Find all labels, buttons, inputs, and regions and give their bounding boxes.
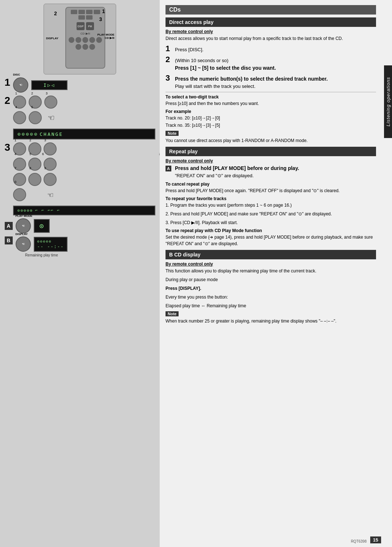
step1-item: 1 DISC ☜ I▷◁ (5, 77, 155, 93)
two-digit-label: To select a two-digit track (166, 94, 376, 100)
s3-btn-3[interactable] (44, 142, 57, 155)
repeat-step-a-text: Press and hold [PLAY MODE] before or dur… (175, 165, 299, 179)
step2-number: 2 (5, 96, 11, 106)
cancel-text: Press and hold [PLAY MODE] once again. "… (166, 187, 376, 194)
direct-step2: 2 (Within 10 seconds or so) Press [1] ~ … (166, 55, 376, 72)
num-btn-3[interactable] (44, 96, 57, 109)
btn-label-5: 5 (31, 105, 33, 109)
cd-display-during: During play or pause mode (166, 276, 376, 283)
num-btn-4[interactable] (13, 111, 26, 124)
btn-label-1: 1 (15, 92, 17, 95)
s3-lbl-4: 4 (15, 152, 16, 156)
stepB-content: DISPLAY ☜ ⊙⊙⊙⊙⊙ -- --:-- Remaining play … (16, 236, 68, 257)
direct-step2-num: 2 (166, 55, 172, 64)
stepA-display: ⊙ (34, 219, 50, 233)
right-content: CDs Direct access play By remote control… (166, 5, 386, 327)
s3-lbl-8: 8 (29, 166, 31, 170)
remote-image: 2 1 3 DSP PM CD ▶/II (44, 4, 116, 74)
note-box2: Note (166, 311, 179, 316)
step1-display: I▷◁ (31, 80, 68, 90)
step3-item: 3 1 2 3 4 5 6 ≥10 7 8 9 0 (5, 142, 155, 215)
s3-lbl-1: 1 (15, 138, 16, 142)
remaining-label: Remaining play time (16, 253, 68, 257)
play-mode-button[interactable]: PM (86, 22, 94, 30)
two-digit-text: Press [≥10] and then the two numbers you… (166, 100, 376, 107)
num-btn-2[interactable] (29, 96, 42, 109)
right-panel: CDs Direct access play By remote control… (160, 0, 392, 547)
repeat-remote-label: By remote control only (166, 158, 376, 163)
direct-step1: 1 Press [DISC]. (166, 44, 376, 53)
rqt-code: RQT6398 (351, 539, 367, 543)
page-number: 15 (370, 536, 381, 543)
step2-display: ⊙⊙⊙⊙⊙ CHANGE (13, 129, 155, 139)
note-text2: When track number 25 or greater is playi… (166, 318, 376, 324)
repeat-step-a-row: A Press and hold [PLAY MODE] before or d… (166, 165, 376, 179)
favorite-label: To repeat your favorite tracks (166, 196, 376, 201)
step2-item: 2 1 2 3 4 5 ☜ (5, 96, 155, 139)
display-label-b: DISPLAY (16, 232, 28, 236)
s3-lbl-2: 2 (29, 138, 31, 142)
display-btn[interactable]: ☜ (16, 236, 31, 252)
disc-button[interactable]: ☜ (13, 77, 28, 93)
s3-btn-7[interactable] (13, 173, 26, 186)
s3-lbl-9: 9 (44, 166, 46, 170)
cancel-label: To cancel repeat play (166, 182, 376, 187)
step2-row: 2 1 2 3 4 5 ☜ (5, 96, 155, 139)
track20: Track no. 20: [≥10]→[2]→[0] (166, 115, 376, 121)
direct-access-intro: Direct access allows you to start normal… (166, 35, 376, 42)
cds-header: CDs (166, 5, 376, 15)
direct-step1-num: 1 (166, 44, 172, 53)
direct-step3: 3 Press the numeric button(s) to select … (166, 73, 376, 90)
stepA-item: A PLAY MODE ☜ ⊙ (5, 218, 155, 234)
play-mode-label: PLAY MODECD ▶/II (97, 33, 114, 40)
hand-icon-3: ☜ (44, 188, 57, 202)
direct-access-remote-label: By remote control only (166, 29, 376, 34)
cd-display-press: Press [DISPLAY]. (166, 285, 376, 292)
play-mode-btn[interactable]: ☜ (16, 218, 31, 234)
s3-btn-9[interactable] (44, 173, 57, 186)
s3-btn-8[interactable] (28, 173, 41, 186)
btn-label-3: 3 (46, 92, 48, 95)
play-mode-label-a: PLAY MODE (16, 214, 33, 218)
btn-label-4: 4 (15, 105, 17, 109)
direct-step3-num: 3 (166, 73, 172, 83)
left-panel: 2 1 3 DSP PM CD ▶/II (0, 0, 160, 547)
step-a-letter: A (5, 222, 13, 230)
remote-label-2: 2 (54, 11, 57, 16)
s3-lbl-6: 6 (42, 152, 44, 156)
note-box1: Note (166, 131, 179, 136)
note-text1: You cannot use direct access play with 1… (166, 137, 376, 144)
direct-step3-text: Press the numeric button(s) to select th… (175, 75, 328, 90)
stepB-item: B DISPLAY ☜ ⊙⊙⊙⊙⊙ -- --:-- Remaining pla… (5, 236, 155, 257)
cd-display-intro: This function allows you to display the … (166, 268, 376, 274)
cd-display-elapsed: Elapsed play time ↔ Remaining play time (166, 303, 376, 309)
side-tab: Listening operations (384, 65, 392, 138)
step3-display: ⊙⊙⊙⊙⊙ ⌐ ⌐ ⌐⌐ ⌐ (13, 206, 155, 215)
step-b-letter: B (5, 236, 13, 244)
display-label: DISPLAY (46, 37, 58, 40)
step1-container: 1 DISC ☜ I▷◁ 2 (5, 77, 155, 257)
s3-lbl-0: 0 (15, 180, 16, 184)
note-row1: Note (166, 131, 376, 137)
step1-row: 1 DISC ☜ I▷◁ (5, 77, 155, 93)
step3-content: 1 2 3 4 5 6 ≥10 7 8 9 0 (13, 142, 155, 215)
step3-number: 3 (5, 142, 11, 153)
s3-lbl-5: 5 (29, 152, 31, 156)
display-button[interactable]: DSP (77, 22, 85, 30)
direct-step2-text: (Within 10 seconds or so) Press [1] ~ [5… (175, 57, 276, 72)
repeat-play-header: Repeat play (166, 147, 376, 156)
remote-label-1: 1 (102, 8, 105, 14)
favorite-step3: 3. Press [CD ▶/II]. Playback will start. (166, 219, 376, 226)
step1-content: DISC ☜ I▷◁ (13, 77, 155, 93)
cd-display-remote-label: By remote control only (166, 262, 376, 267)
hand-icon-2: ☜ (44, 111, 58, 125)
favorite-step2: 2. Press and hold [PLAY MODE] and make s… (166, 211, 376, 217)
num-btn-5[interactable] (29, 111, 42, 124)
cd-display-header: B CD display (166, 250, 376, 259)
btn-label-2: 2 (31, 92, 33, 95)
s3-lbl-3: 3 (44, 138, 46, 142)
step2-content: 1 2 3 4 5 ☜ ⊙⊙⊙⊙⊙ (13, 96, 155, 139)
s3-btn-0[interactable] (13, 188, 26, 201)
favorite-step1: 1. Program the tracks you want (perform … (166, 202, 376, 208)
disc-label: DISC (13, 73, 20, 76)
